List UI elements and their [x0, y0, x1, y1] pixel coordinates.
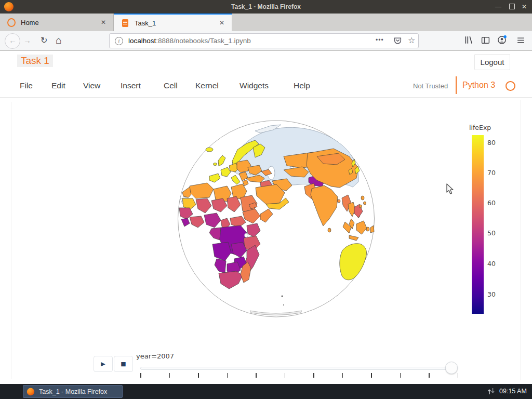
- year-slider-handle[interactable]: [445, 362, 458, 374]
- colorbar-tick: 70: [487, 169, 496, 177]
- cell-left-border: [11, 102, 11, 379]
- network-traffic-icon[interactable]: [487, 387, 495, 397]
- slider-tick: [400, 373, 401, 378]
- tab-task1[interactable]: Task_1 ✕: [114, 14, 232, 31]
- colorbar-title: lifeExp: [469, 124, 491, 131]
- menu-file[interactable]: File: [20, 81, 33, 90]
- slider-ticks: [140, 373, 458, 378]
- colorbar-tick: 80: [487, 139, 496, 147]
- logout-button[interactable]: Logout: [474, 54, 510, 70]
- menu-widgets[interactable]: Widgets: [240, 81, 269, 90]
- kernel-divider: [456, 76, 457, 94]
- close-button[interactable]: ✕: [517, 0, 531, 14]
- slider-tick: [458, 373, 459, 378]
- tab-home-label: Home: [21, 19, 39, 26]
- url-text[interactable]: localhost:8888/notebooks/Task_1.ipynb: [128, 37, 251, 45]
- colorbar-tick: 40: [487, 260, 496, 268]
- minimize-button[interactable]: —: [491, 0, 505, 14]
- url-bar[interactable]: i localhost:8888/notebooks/Task_1.ipynb …: [109, 33, 419, 48]
- colorbar-tick: 60: [487, 199, 496, 207]
- colorbar-tick: 50: [487, 229, 496, 237]
- taskbar-window-label: Task_1 - Mozilla Firefox: [39, 388, 107, 395]
- tab-task1-close-icon[interactable]: ✕: [219, 19, 224, 26]
- jupyter-home-icon: [7, 18, 16, 26]
- sidebar-icon[interactable]: [481, 36, 490, 47]
- menu-cell[interactable]: Cell: [164, 81, 178, 90]
- slider-tick: [227, 373, 228, 378]
- maximize-button[interactable]: [505, 0, 518, 14]
- bookmark-star-icon[interactable]: ☆: [408, 35, 415, 45]
- year-slider-track[interactable]: [140, 367, 452, 370]
- account-icon[interactable]: [497, 35, 507, 47]
- screen: Task_1 - Mozilla Firefox — ✕ Home ✕ Task…: [0, 0, 532, 399]
- home-icon[interactable]: ⌂: [56, 34, 62, 46]
- menu-hamburger-icon[interactable]: [516, 36, 525, 47]
- slider-tick: [169, 373, 170, 378]
- reload-icon[interactable]: ↻: [41, 35, 47, 45]
- menu-insert[interactable]: Insert: [121, 81, 141, 90]
- url-host: localhost: [128, 37, 156, 45]
- url-path: :8888/notebooks/Task_1.ipynb: [156, 37, 250, 45]
- window-title: Task_1 - Mozilla Firefox: [0, 3, 532, 10]
- colorbar-gradient: [472, 135, 484, 314]
- globe-choropleth[interactable]: [177, 119, 375, 318]
- window-titlebar: Task_1 - Mozilla Firefox — ✕: [0, 0, 532, 14]
- page-actions-icon[interactable]: •••: [376, 36, 384, 44]
- back-button[interactable]: ←: [5, 33, 20, 49]
- tab-strip: Home ✕ Task_1 ✕ +: [0, 14, 532, 31]
- slider-tick: [313, 373, 314, 378]
- maximize-icon: [509, 4, 515, 9]
- kernel-name: Python 3: [462, 81, 495, 90]
- tab-home[interactable]: Home ✕: [0, 14, 114, 31]
- colorbar-tick: 30: [487, 290, 496, 298]
- trust-status: Not Trusted: [413, 82, 448, 90]
- taskbar-clock: 09:15 AM: [499, 388, 527, 395]
- mouse-cursor: [446, 183, 454, 197]
- slider-tick: [256, 373, 257, 378]
- notebook-icon: [121, 19, 129, 27]
- slider-tick: [342, 373, 343, 378]
- slider-tick: [285, 373, 286, 378]
- forward-icon[interactable]: →: [23, 36, 31, 45]
- menu-help[interactable]: Help: [294, 81, 310, 90]
- slider-tick: [198, 373, 199, 378]
- kernel-idle-icon: [506, 81, 515, 91]
- tab-home-close-icon[interactable]: ✕: [101, 19, 106, 26]
- scrollbar-track[interactable]: [521, 100, 521, 380]
- menu-view[interactable]: View: [83, 81, 100, 90]
- menu-edit[interactable]: Edit: [51, 81, 65, 90]
- header-divider: [0, 97, 532, 98]
- menu-kernel[interactable]: Kernel: [195, 81, 219, 90]
- slider-tick: [140, 373, 141, 378]
- slider-tick: [371, 373, 372, 378]
- library-icon[interactable]: [464, 35, 473, 47]
- site-info-icon[interactable]: i: [115, 37, 123, 45]
- pocket-icon[interactable]: [393, 36, 402, 47]
- back-icon: ←: [9, 36, 17, 45]
- taskbar-window-button[interactable]: Task_1 - Mozilla Firefox: [23, 385, 123, 398]
- slider-frame-label: year=2007: [136, 352, 174, 360]
- play-button[interactable]: ▶: [94, 356, 113, 372]
- stop-button[interactable]: ■: [114, 356, 133, 372]
- firefox-icon: [26, 388, 35, 396]
- slider-tick: [429, 373, 430, 378]
- tab-task1-label: Task_1: [135, 19, 156, 27]
- notebook-brand[interactable]: Task 1: [17, 55, 53, 67]
